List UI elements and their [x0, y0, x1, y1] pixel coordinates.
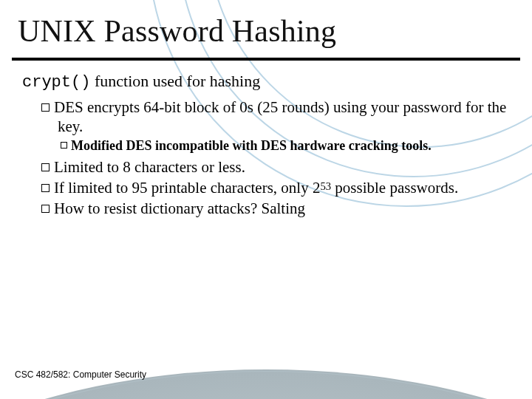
slide-body: crypt() function used for hashing DES en… — [22, 71, 510, 219]
bullet-des: DES encrypts 64-bit block of 0s (25 roun… — [41, 98, 510, 137]
slide-title: UNIX Password Hashing — [18, 13, 336, 49]
bullet-salting-text: How to resist dictionary attacks? Saltin… — [54, 200, 305, 217]
bullet-95chars-post: possible passwords. — [331, 179, 458, 197]
subbullet-modified-des-text: Modified DES incompatible with DES hardw… — [71, 138, 432, 153]
intro-line-rest: function used for hashing — [90, 72, 260, 90]
bullet-des-text: DES encrypts 64-bit block of 0s (25 roun… — [54, 98, 506, 135]
intro-line: crypt() function used for hashing — [22, 71, 510, 93]
bullet-limit8-text: Limited to 8 characters or less. — [54, 158, 245, 176]
bullet-95chars: If limited to 95 printable characters, o… — [41, 178, 510, 197]
square-bullet-icon — [41, 103, 50, 112]
bullet-salting: How to resist dictionary attacks? Saltin… — [41, 199, 510, 218]
square-bullet-icon — [41, 205, 50, 213]
slide-footer: CSC 482/582: Computer Security — [15, 369, 146, 380]
bullet-95chars-exp: 53 — [320, 180, 331, 192]
bullet-95chars-pre: If limited to 95 printable characters, o… — [54, 179, 320, 197]
code-crypt: crypt() — [22, 73, 90, 92]
bullet-limit8: Limited to 8 characters or less. — [41, 157, 510, 177]
title-underline — [12, 58, 520, 61]
subbullet-modified-des: Modified DES incompatible with DES hardw… — [61, 137, 510, 154]
square-bullet-icon — [61, 142, 67, 149]
square-bullet-icon — [41, 184, 50, 192]
square-bullet-icon — [41, 163, 50, 171]
